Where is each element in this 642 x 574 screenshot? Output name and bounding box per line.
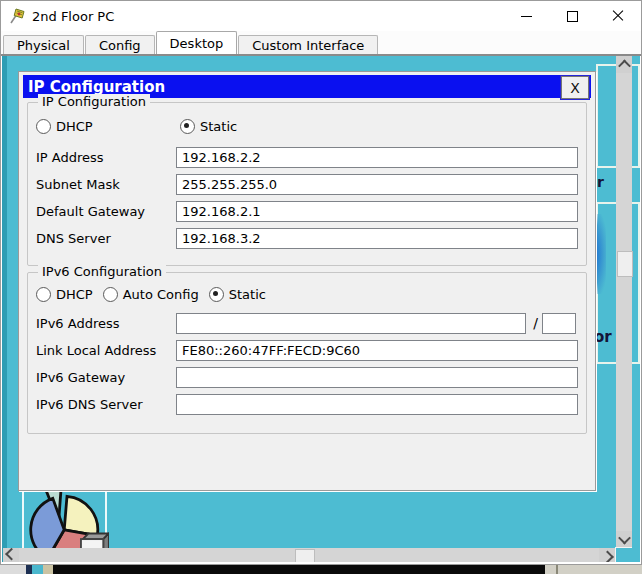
radio-ipv6-static[interactable]: Static — [209, 287, 266, 302]
workspace-fragment — [545, 565, 642, 574]
default-gateway-label: Default Gateway — [36, 204, 145, 219]
window-title: 2nd Floor PC — [32, 9, 114, 24]
minimize-button[interactable] — [503, 1, 549, 31]
panel-shade — [2, 56, 7, 562]
tab-desktop[interactable]: Desktop — [156, 31, 238, 54]
ipv6-prefix-input[interactable] — [542, 313, 576, 334]
close-button[interactable] — [595, 1, 641, 31]
radio-dhcp[interactable]: DHCP — [36, 119, 176, 134]
close-icon — [612, 10, 624, 22]
ipv6-dns-server-label: IPv6 DNS Server — [36, 397, 143, 412]
radio-circle — [36, 287, 51, 302]
scroll-left-button[interactable] — [3, 548, 19, 562]
subnet-mask-label: Subnet Mask — [36, 177, 120, 192]
desktop-area: r or IP Configuration X — [2, 56, 640, 562]
radio-ipv6-auto-config[interactable]: Auto Config — [103, 287, 199, 302]
workspace-fragment — [53, 565, 545, 574]
ipv6-configuration-group: IPv6 Configuration DHCP Auto Config Stat… — [27, 272, 587, 434]
ipv6-dns-server-input[interactable] — [176, 394, 578, 415]
vertical-scrollbar[interactable] — [616, 56, 632, 548]
app-icon — [8, 7, 26, 25]
scrollbar-corner — [615, 547, 632, 562]
minimize-icon — [521, 16, 532, 17]
radio-ipv6-dhcp[interactable]: DHCP — [36, 287, 93, 302]
vertical-scroll-thumb[interactable] — [617, 251, 633, 277]
chevron-up-icon — [618, 60, 631, 73]
tab-bar: Physical Config Desktop Custom Interface — [1, 31, 641, 56]
icon-label-fragment-bottom: or — [594, 328, 612, 346]
group-legend: IPv6 Configuration — [38, 264, 166, 279]
app-window: 2nd Floor PC Physical Config Desktop Cus… — [0, 0, 642, 565]
workspace-fragment — [32, 565, 43, 574]
scroll-down-button[interactable] — [616, 531, 632, 548]
icon-label-fragment-top: r — [597, 174, 604, 190]
subnet-mask-input[interactable] — [176, 174, 578, 195]
ipv6-gateway-label: IPv6 Gateway — [36, 370, 125, 385]
dns-server-input[interactable] — [176, 228, 578, 249]
group-legend: IP Configuration — [38, 94, 150, 109]
radio-circle — [180, 119, 195, 134]
chevron-left-icon — [5, 547, 18, 560]
ipv6-address-input[interactable] — [176, 313, 526, 334]
ipv6-gateway-input[interactable] — [176, 367, 578, 388]
workspace-fragment — [43, 565, 53, 574]
workspace-fragment — [556, 565, 558, 574]
radio-circle — [103, 287, 118, 302]
horizontal-scrollbar[interactable] — [3, 548, 615, 562]
dialog-close-button[interactable]: X — [561, 76, 589, 99]
ipv6-address-label: IPv6 Address — [36, 316, 120, 331]
ip-address-label: IP Address — [36, 150, 104, 165]
background-workspace-strip — [0, 565, 642, 574]
chevron-right-icon — [601, 550, 614, 562]
chevron-down-icon — [618, 532, 631, 545]
ip-configuration-dialog: IP Configuration X IP Configuration DHCP… — [18, 71, 596, 491]
link-local-address-input[interactable] — [176, 340, 578, 361]
prefix-separator: / — [533, 315, 538, 331]
radio-circle — [209, 287, 224, 302]
maximize-button[interactable] — [549, 1, 595, 31]
default-gateway-input[interactable] — [176, 201, 578, 222]
radio-circle — [36, 119, 51, 134]
ip-configuration-group: IP Configuration DHCP Static IP Address — [27, 102, 587, 266]
scroll-right-button[interactable] — [599, 548, 615, 562]
scroll-up-button[interactable] — [616, 56, 632, 73]
dns-server-label: DNS Server — [36, 231, 111, 246]
tab-physical[interactable]: Physical — [3, 35, 84, 54]
window-titlebar[interactable]: 2nd Floor PC — [1, 1, 641, 31]
tab-config[interactable]: Config — [85, 35, 155, 54]
tab-custom-interface[interactable]: Custom Interface — [238, 35, 378, 54]
horizontal-scroll-thumb[interactable] — [295, 549, 315, 562]
ip-address-input[interactable] — [176, 147, 578, 168]
maximize-icon — [567, 11, 578, 22]
dialog-title: IP Configuration — [23, 78, 165, 96]
link-local-address-label: Link Local Address — [36, 343, 156, 358]
radio-static[interactable]: Static — [180, 119, 237, 134]
